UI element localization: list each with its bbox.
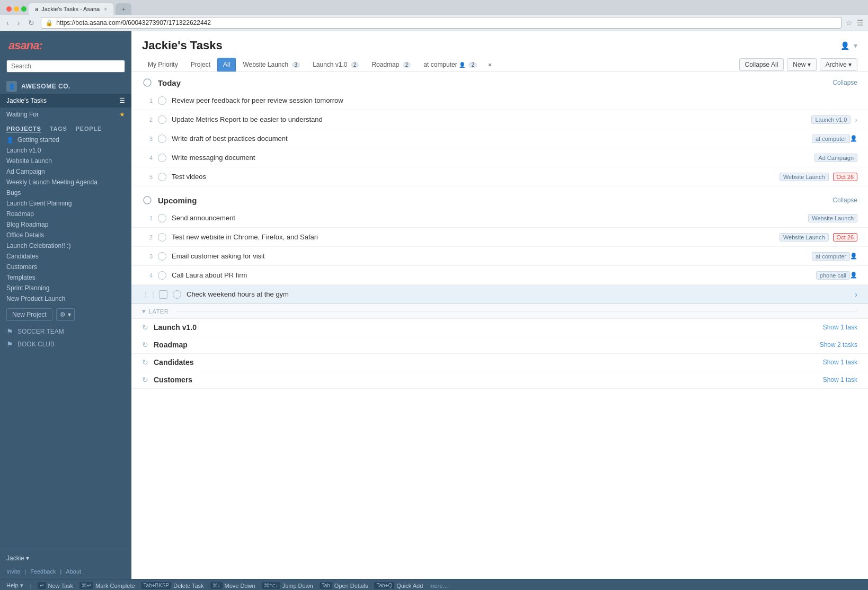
- minimize-dot[interactable]: [14, 6, 19, 12]
- soccer-team-org[interactable]: ⚑ SOCCER TEAM: [0, 325, 131, 338]
- task-text: Test new website in Chrome, Firefox, and…: [172, 233, 775, 241]
- today-collapse[interactable]: Collapse: [832, 79, 857, 86]
- book-club-org[interactable]: ⚑ BOOK CLUB: [0, 338, 131, 351]
- task-checkbox[interactable]: [158, 233, 166, 242]
- archive-button[interactable]: Archive ▾: [820, 58, 857, 71]
- flag-icon-2: ⚑: [6, 340, 13, 348]
- later-arrow-icon: ↻: [142, 358, 148, 366]
- project-customers[interactable]: Customers: [0, 262, 131, 272]
- waiting-label: Waiting For: [6, 111, 39, 118]
- later-project-row[interactable]: ↻ Launch v1.0 Show 1 task: [131, 319, 868, 336]
- address-bar[interactable]: 🔒 https://beta.asana.com/0/60043273907/1…: [41, 17, 842, 29]
- new-project-button[interactable]: New Project: [6, 308, 52, 321]
- new-button[interactable]: New ▾: [787, 58, 816, 71]
- tab-website-launch[interactable]: Website Launch 3: [237, 58, 306, 71]
- task-row[interactable]: 3 Email customer asking for visit at com…: [131, 247, 868, 266]
- project-getting-started[interactable]: 👤 Getting started: [0, 135, 131, 145]
- task-row[interactable]: 1 Review peer feedback for peer review s…: [131, 91, 868, 110]
- close-dot[interactable]: [6, 6, 12, 12]
- tab-roadmap[interactable]: Roadmap 2: [366, 58, 417, 71]
- later-separator: ▾ LATER: [131, 304, 868, 319]
- reload-button[interactable]: ↻: [26, 17, 37, 28]
- sidebar-item-waiting-for[interactable]: Waiting For ★: [0, 108, 131, 121]
- later-show-link[interactable]: Show 1 task: [823, 324, 857, 331]
- task-checkbox[interactable]: [158, 252, 166, 261]
- task-row[interactable]: 1 Send announcement Website Launch: [131, 209, 868, 228]
- project-sprint-planning[interactable]: Sprint Planning: [0, 283, 131, 293]
- share-icon[interactable]: 👤: [840, 41, 849, 50]
- later-project-row[interactable]: ↻ Candidates Show 1 task: [131, 354, 868, 371]
- upcoming-section-icon: [142, 195, 153, 205]
- task-row[interactable]: 4 Call Laura about PR firm phone call 👤: [131, 266, 868, 285]
- project-bugs[interactable]: Bugs: [0, 187, 131, 198]
- later-show-link[interactable]: Show 2 tasks: [820, 341, 857, 348]
- back-button[interactable]: ‹: [4, 17, 11, 28]
- project-blog-roadmap[interactable]: Blog Roadmap: [0, 219, 131, 230]
- tab-more-button[interactable]: »: [484, 58, 496, 71]
- project-launch-celebration[interactable]: Launch Celebration!! :): [0, 240, 131, 251]
- tab-close-icon[interactable]: ×: [104, 6, 107, 12]
- sidebar-item-jackies-tasks[interactable]: Jackie's Tasks ☰: [0, 94, 131, 108]
- task-row[interactable]: 5 Test videos Website Launch Oct 26: [131, 167, 868, 186]
- people-tab[interactable]: PEOPLE: [76, 126, 102, 132]
- more-shortcuts[interactable]: more...: [429, 583, 447, 589]
- tab-launch-v10[interactable]: Launch v1.0 2: [307, 58, 365, 71]
- task-checkbox[interactable]: [158, 96, 166, 105]
- task-row[interactable]: 4 Write messaging document Ad Campaign: [131, 148, 868, 167]
- project-launch-event[interactable]: Launch Event Planning: [0, 198, 131, 209]
- task-row[interactable]: 2 Update Metrics Report to be easier to …: [131, 110, 868, 129]
- task-checkbox-selected[interactable]: [159, 290, 167, 299]
- selected-task-row[interactable]: ⋮⋮ Check weekend hours at the gym ›: [131, 285, 868, 304]
- task-checkbox[interactable]: [158, 154, 166, 162]
- tab-project[interactable]: Project: [185, 58, 216, 71]
- task-checkbox[interactable]: [158, 214, 166, 222]
- invite-link[interactable]: Invite: [6, 568, 20, 575]
- project-website-launch[interactable]: Website Launch: [0, 156, 131, 166]
- task-circle-selected[interactable]: [173, 290, 181, 299]
- url-text: https://beta.asana.com/0/60043273907/171…: [56, 19, 211, 26]
- search-input[interactable]: [6, 60, 125, 73]
- bookmark-icon[interactable]: ☆: [846, 19, 853, 27]
- new-tab-button[interactable]: +: [116, 3, 131, 15]
- later-project-row[interactable]: ↻ Customers Show 1 task: [131, 371, 868, 389]
- project-launch-v10[interactable]: Launch v1.0: [0, 145, 131, 156]
- later-label: LATER: [149, 308, 169, 315]
- feedback-link[interactable]: Feedback: [30, 568, 56, 575]
- tab-at-computer[interactable]: at computer 👤 2: [418, 58, 483, 71]
- tags-tab[interactable]: TAGS: [50, 126, 67, 132]
- task-checkbox[interactable]: [158, 115, 166, 124]
- project-templates[interactable]: Templates: [0, 272, 131, 283]
- tab-all[interactable]: All: [217, 58, 236, 71]
- project-weekly-meeting[interactable]: Weekly Launch Meeting Agenda: [0, 177, 131, 187]
- person-badge-icon: 👤: [850, 253, 857, 260]
- task-checkbox[interactable]: [158, 135, 166, 143]
- gear-button[interactable]: ⚙ ▾: [56, 308, 74, 321]
- project-new-product-launch[interactable]: New Product Launch: [0, 293, 131, 304]
- menu-icon[interactable]: ☰: [857, 19, 864, 27]
- help-menu[interactable]: Help ▾: [6, 582, 23, 589]
- project-office-details[interactable]: Office Details: [0, 230, 131, 240]
- later-project-row[interactable]: ↻ Roadmap Show 2 tasks: [131, 336, 868, 354]
- project-candidates[interactable]: Candidates: [0, 251, 131, 262]
- forward-button[interactable]: ›: [15, 17, 22, 28]
- task-row[interactable]: 3 Write draft of best practices document…: [131, 129, 868, 148]
- task-checkbox[interactable]: [158, 271, 166, 280]
- about-link[interactable]: About: [66, 568, 81, 575]
- later-arrow-icon: ↻: [142, 323, 148, 332]
- later-project-name: Customers: [154, 376, 823, 384]
- later-show-link[interactable]: Show 1 task: [823, 359, 857, 366]
- chevron-down-icon[interactable]: ▾: [854, 41, 857, 50]
- upcoming-collapse[interactable]: Collapse: [832, 196, 857, 204]
- projects-tab[interactable]: PROJECTS: [6, 126, 41, 132]
- active-browser-tab[interactable]: a Jackie's Tasks - Asana ×: [29, 3, 113, 15]
- later-show-link[interactable]: Show 1 task: [823, 376, 857, 383]
- user-menu[interactable]: Jackie ▾: [0, 550, 131, 566]
- task-checkbox[interactable]: [158, 173, 166, 181]
- project-roadmap[interactable]: Roadmap: [0, 209, 131, 219]
- project-ad-campaign[interactable]: Ad Campaign: [0, 166, 131, 177]
- maximize-dot[interactable]: [21, 6, 26, 12]
- task-row[interactable]: 2 Test new website in Chrome, Firefox, a…: [131, 228, 868, 247]
- tab-my-priority[interactable]: My Priority: [142, 58, 184, 71]
- today-section-header: Today Collapse: [131, 72, 868, 91]
- collapse-all-button[interactable]: Collapse All: [739, 58, 784, 71]
